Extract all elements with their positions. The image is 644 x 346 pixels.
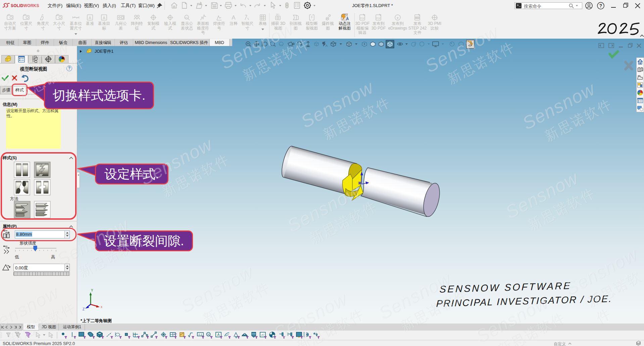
svg-text:Z: Z [83, 307, 85, 311]
svg-text:0.1: 0.1 [198, 333, 202, 336]
svg-text:SENSNOW SOFTWARE: SENSNOW SOFTWARE [439, 280, 572, 295]
svg-text:x: x [101, 305, 102, 309]
svg-text:Y: Y [91, 289, 93, 292]
svg-text:N: N [207, 333, 209, 336]
svg-text:A: A [346, 16, 349, 21]
svg-text:A¹: A¹ [261, 333, 264, 337]
svg-text:?: ? [599, 3, 602, 8]
svg-text:A: A [232, 14, 236, 21]
svg-text:A: A [217, 333, 220, 337]
svg-text:PRINCIPAL INVESTIGATOR / JO: PRINCIPAL INVESTIGATOR / JOE. [436, 293, 612, 309]
